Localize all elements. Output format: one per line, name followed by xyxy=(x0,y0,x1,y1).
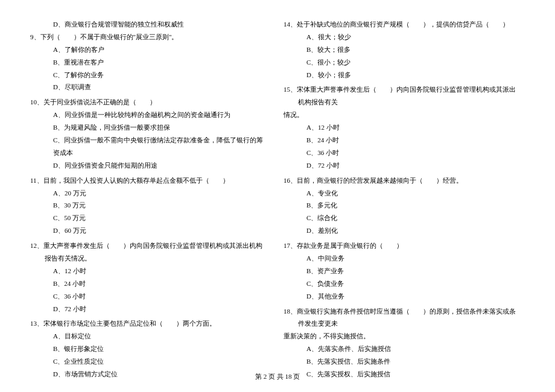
question-stem: 13、宋体银行市场定位主要包括产品定位和（ ）两个方面。 xyxy=(30,317,265,330)
option: B、较大；很多 xyxy=(284,43,519,56)
option: C、很小；较少 xyxy=(284,56,519,69)
question-17: 17、存款业务是属于商业银行的（ ） A、中间业务 B、资产业务 C、负债业务 … xyxy=(284,239,519,302)
question-stem-cont: 重新决策的，不得实施授信。 xyxy=(284,330,519,343)
question-10: 10、关于同业拆借说法不正确的是（ ） A、同业拆借是一种比较纯粹的金融机构之间… xyxy=(30,96,265,171)
option: B、重视潜在客户 xyxy=(30,56,265,69)
option: A、专业化 xyxy=(284,187,519,200)
option: D、尽职调查 xyxy=(30,81,265,93)
option: A、12 小时 xyxy=(284,121,519,134)
option: C、36 小时 xyxy=(30,290,265,303)
option: C、企业性质定位 xyxy=(30,355,265,368)
option: A、先落实条件、后实施授信 xyxy=(284,343,519,355)
option: D、同业拆借资金只能作短期的用途 xyxy=(30,159,265,172)
option: D、72 小时 xyxy=(30,303,265,315)
page-body: D、商业银行合规管理智能的独立性和权威性 9、下列（ ）不属于商业银行的"展业三… xyxy=(0,0,555,383)
option: B、为规避风险，同业拆借一般要求担保 xyxy=(30,121,265,134)
option: D、较小；很多 xyxy=(284,69,519,81)
question-11: 11、目前，我国个人投资人认购的大额存单起点金额不低于（ ） A、20 万元 B… xyxy=(30,174,265,237)
option: B、24 小时 xyxy=(284,134,519,147)
option: D、72 小时 xyxy=(284,159,519,172)
option: D、商业银行合规管理智能的独立性和权威性 xyxy=(30,18,265,31)
option: B、银行形象定位 xyxy=(30,343,265,355)
question-stem-cont: 情况。 xyxy=(284,109,519,121)
question-12: 12、重大声誉事件发生后（ ）内向国务院银行业监督管理机构或其派出机构报告有关情… xyxy=(30,239,265,315)
question-stem: 14、处于补缺式地位的商业银行资产规模（ ），提供的信贷产品（ ） xyxy=(284,18,519,31)
option: A、20 万元 xyxy=(30,187,265,200)
option: B、多元化 xyxy=(284,199,519,212)
option: A、中间业务 xyxy=(284,252,519,265)
option: B、24 小时 xyxy=(30,277,265,290)
question-14: 14、处于补缺式地位的商业银行资产规模（ ），提供的信贷产品（ ） A、很大；较… xyxy=(284,18,519,81)
option: D、其他业务 xyxy=(284,290,519,303)
option: C、36 小时 xyxy=(284,147,519,159)
option: A、了解你的客户 xyxy=(30,43,265,56)
option: C、同业拆借一般不需向中央银行缴纳法定存款准备金，降低了银行的筹资成本 xyxy=(30,134,265,159)
option: C、综合化 xyxy=(284,212,519,224)
question-13: 13、宋体银行市场定位主要包括产品定位和（ ）两个方面。 A、目标定位 B、银行… xyxy=(30,317,265,380)
left-column: D、商业银行合规管理智能的独立性和权威性 9、下列（ ）不属于商业银行的"展业三… xyxy=(30,18,271,383)
option: D、差别化 xyxy=(284,224,519,237)
option: B、资产业务 xyxy=(284,265,519,277)
option: A、12 小时 xyxy=(30,265,265,277)
question-stem: 16、目前，商业银行的经营发展越来越倾向于（ ）经营。 xyxy=(284,174,519,187)
question-16: 16、目前，商业银行的经营发展越来越倾向于（ ）经营。 A、专业化 B、多元化 … xyxy=(284,174,519,237)
right-column: 14、处于补缺式地位的商业银行资产规模（ ），提供的信贷产品（ ） A、很大；较… xyxy=(271,18,525,383)
question-9: 9、下列（ ）不属于商业银行的"展业三原则"。 A、了解你的客户 B、重视潜在客… xyxy=(30,31,265,93)
option: D、60 万元 xyxy=(30,224,265,237)
question-stem: 18、商业银行实施有条件授信时应当遵循（ ）的原则，授信条件未落实或条件发生变更… xyxy=(284,305,519,330)
option: A、同业拆借是一种比较纯粹的金融机构之间的资金融通行为 xyxy=(30,109,265,121)
question-stem: 9、下列（ ）不属于商业银行的"展业三原则"。 xyxy=(30,31,265,43)
question-stem: 15、宋体重大声誉事件发生后（ ）内向国务院银行业监督管理机构或其派出机构报告有… xyxy=(284,83,519,109)
option: C、负债业务 xyxy=(284,277,519,290)
question-stem: 10、关于同业拆借说法不正确的是（ ） xyxy=(30,96,265,109)
option: A、很大；较少 xyxy=(284,31,519,43)
option: B、30 万元 xyxy=(30,199,265,212)
question-stem: 12、重大声誉事件发生后（ ）内向国务院银行业监督管理机构或其派出机构报告有关情… xyxy=(30,239,265,265)
question-18: 18、商业银行实施有条件授信时应当遵循（ ）的原则，授信条件未落实或条件发生变更… xyxy=(284,305,519,381)
option: B、先落实授信、后实施条件 xyxy=(284,355,519,368)
option: C、了解你的业务 xyxy=(30,69,265,81)
question-stem: 11、目前，我国个人投资人认购的大额存单起点金额不低于（ ） xyxy=(30,174,265,187)
question-stem: 17、存款业务是属于商业银行的（ ） xyxy=(284,239,519,252)
page-footer: 第 2 页 共 18 页 xyxy=(0,372,555,381)
question-15: 15、宋体重大声誉事件发生后（ ）内向国务院银行业监督管理机构或其派出机构报告有… xyxy=(284,83,519,171)
option: A、目标定位 xyxy=(30,330,265,343)
option: C、50 万元 xyxy=(30,212,265,224)
